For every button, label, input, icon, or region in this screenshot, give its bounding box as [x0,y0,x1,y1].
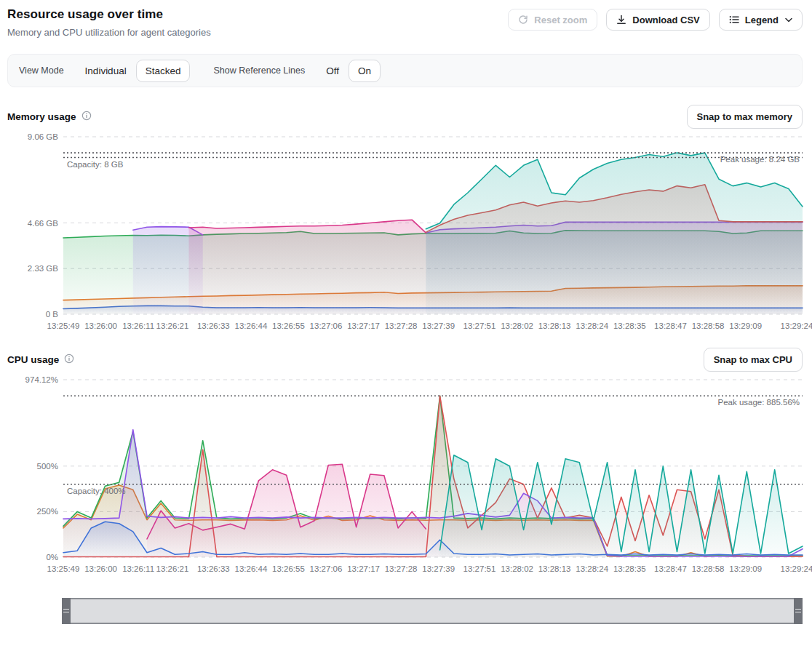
svg-text:13:26:44: 13:26:44 [235,321,268,330]
memory-chart: 9.06 GB4.66 GB2.33 GB0 B13:25:4913:26:00… [7,131,803,333]
svg-text:13:27:39: 13:27:39 [422,564,455,573]
svg-text:Capacity: 400%: Capacity: 400% [67,487,126,495]
svg-text:13:28:24: 13:28:24 [576,321,608,330]
reference-lines-label: Show Reference Lines [213,65,305,76]
header: Resource usage over time Memory and CPU … [7,7,803,38]
svg-text:13:26:00: 13:26:00 [84,321,117,330]
svg-text:9.06 GB: 9.06 GB [28,132,59,141]
memory-chart-svg[interactable]: 9.06 GB4.66 GB2.33 GB0 B13:25:4913:26:00… [7,131,803,333]
brush-track[interactable] [71,599,794,623]
download-csv-label: Download CSV [632,15,699,25]
cpu-chart: 974.12%500%250%0%13:25:4913:26:0013:26:1… [7,374,803,576]
svg-text:13:26:44: 13:26:44 [235,564,268,573]
svg-text:Peak usage: 885.56%: Peak usage: 885.56% [717,398,800,407]
snap-max-cpu-button[interactable]: Snap to max CPU [704,348,803,372]
brush-handle-left[interactable] [62,598,71,624]
view-mode-stacked[interactable]: Stacked [136,60,191,82]
svg-text:13:26:21: 13:26:21 [156,564,189,573]
legend-list-icon [729,15,739,25]
svg-text:13:28:24: 13:28:24 [576,564,608,573]
svg-text:13:27:51: 13:27:51 [463,564,496,573]
svg-text:974.12%: 974.12% [25,375,58,384]
memory-section-title: Memory usage [7,111,92,123]
svg-text:Capacity: 8 GB: Capacity: 8 GB [67,160,124,169]
svg-text:13:25:49: 13:25:49 [47,321,80,330]
svg-text:13:27:06: 13:27:06 [310,321,343,330]
brush-grip [63,609,69,612]
reset-icon [518,15,528,25]
memory-section-header: Memory usage Snap to max memory [7,105,803,128]
svg-text:13:26:33: 13:26:33 [197,321,230,330]
svg-text:4.66 GB: 4.66 GB [28,219,59,228]
brush-handle-right[interactable] [794,598,803,624]
info-icon[interactable] [81,111,92,123]
chart-controls: View Mode Individual Stacked Show Refere… [7,54,803,87]
svg-text:13:26:21: 13:26:21 [156,321,189,330]
svg-text:Peak usage: 8.24 GB: Peak usage: 8.24 GB [720,155,800,164]
svg-text:13:29:09: 13:29:09 [729,564,762,573]
svg-text:0%: 0% [46,553,58,562]
legend-label: Legend [745,15,779,25]
svg-text:13:29:24: 13:29:24 [781,321,812,330]
cpu-chart-svg[interactable]: 974.12%500%250%0%13:25:4913:26:0013:26:1… [7,374,803,576]
svg-text:13:26:11: 13:26:11 [122,564,154,573]
svg-text:13:28:35: 13:28:35 [613,321,646,330]
page-title: Resource usage over time [7,7,211,22]
header-titles: Resource usage over time Memory and CPU … [7,7,211,38]
svg-text:13:26:11: 13:26:11 [122,321,154,330]
svg-text:13:26:00: 13:26:00 [84,564,117,573]
svg-text:13:28:58: 13:28:58 [692,321,725,330]
svg-text:13:29:24: 13:29:24 [781,564,812,573]
svg-text:13:28:47: 13:28:47 [654,321,687,330]
svg-text:13:29:09: 13:29:09 [729,321,762,330]
snap-max-memory-button[interactable]: Snap to max memory [687,105,803,129]
view-mode-label: View Mode [19,65,64,76]
svg-text:13:28:02: 13:28:02 [501,321,533,330]
svg-text:13:28:35: 13:28:35 [613,564,646,573]
svg-text:13:27:28: 13:27:28 [385,321,418,330]
svg-text:13:26:33: 13:26:33 [197,564,230,573]
svg-text:13:27:17: 13:27:17 [347,564,380,573]
svg-text:250%: 250% [37,507,58,516]
reset-zoom-button[interactable]: Reset zoom [508,9,597,31]
svg-text:13:25:49: 13:25:49 [47,564,80,573]
svg-text:13:28:58: 13:28:58 [692,564,725,573]
download-csv-button[interactable]: Download CSV [606,9,709,31]
svg-text:13:27:39: 13:27:39 [422,321,455,330]
chevron-down-icon [785,17,792,23]
dashboard-page: Resource usage over time Memory and CPU … [0,0,812,624]
svg-text:13:26:55: 13:26:55 [272,564,305,573]
svg-text:13:27:06: 13:27:06 [310,564,343,573]
memory-title-text: Memory usage [7,111,76,122]
reference-lines-off[interactable]: Off [317,60,349,82]
svg-text:13:28:13: 13:28:13 [538,321,571,330]
svg-text:2.33 GB: 2.33 GB [28,264,59,273]
view-mode-individual[interactable]: Individual [76,60,136,82]
svg-text:13:28:13: 13:28:13 [538,564,571,573]
cpu-section-title: CPU usage [7,354,74,366]
page-subtitle: Memory and CPU utilization for agent cat… [7,27,211,38]
toolbar: Reset zoom Download CSV [508,7,803,31]
svg-text:13:28:02: 13:28:02 [501,564,533,573]
reference-lines-on[interactable]: On [349,60,381,82]
cpu-title-text: CPU usage [7,354,59,365]
svg-text:500%: 500% [37,462,58,471]
svg-text:13:27:28: 13:27:28 [385,564,418,573]
info-icon[interactable] [64,354,74,366]
svg-text:13:27:17: 13:27:17 [347,321,380,330]
legend-button[interactable]: Legend [719,9,803,31]
svg-text:0 B: 0 B [46,310,59,319]
download-icon [616,15,626,25]
cpu-section-header: CPU usage Snap to max CPU [7,348,803,371]
svg-text:13:27:51: 13:27:51 [463,321,496,330]
brush-grip [795,609,801,612]
svg-text:13:26:55: 13:26:55 [272,321,305,330]
svg-text:13:28:47: 13:28:47 [654,564,687,573]
time-range-brush[interactable] [62,598,803,624]
reset-zoom-label: Reset zoom [534,15,587,25]
